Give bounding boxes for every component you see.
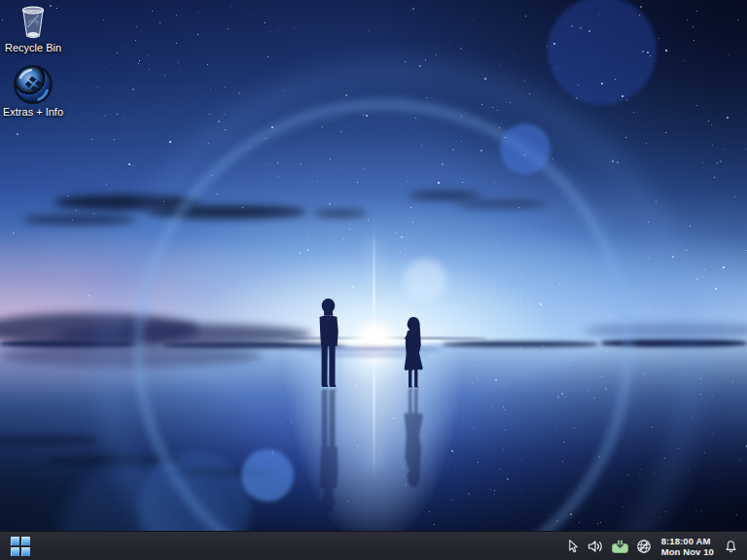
taskbar: 8:18:00 AM Mon Nov 10 — [0, 531, 747, 560]
tray-clock[interactable]: 8:18:00 AM Mon Nov 10 — [661, 536, 714, 557]
silhouette-figures — [0, 0, 747, 531]
cursor-icon[interactable] — [566, 539, 581, 554]
desktop-icon-label: Recycle Bin — [2, 42, 64, 53]
wallpaper — [0, 0, 747, 531]
notifications-bell-icon[interactable] — [724, 539, 738, 554]
recycle-bin-icon — [14, 4, 53, 41]
desktop-icon-label: Extras + Info — [2, 106, 64, 118]
extras-info-icon — [13, 64, 53, 105]
windows-logo-icon — [11, 537, 30, 556]
system-tray: 8:18:00 AM Mon Nov 10 — [566, 536, 747, 557]
figures-main — [320, 298, 423, 387]
network-globe-icon[interactable] — [636, 539, 652, 554]
volume-icon[interactable] — [587, 539, 604, 554]
desktop-icon-recycle-bin[interactable]: Recycle Bin — [2, 4, 64, 53]
clock-time: 8:18:00 AM — [661, 536, 711, 546]
clock-date: Mon Nov 10 — [661, 546, 714, 557]
desktop-icon-extras-info[interactable]: Extras + Info — [2, 64, 64, 118]
start-button[interactable] — [7, 533, 34, 560]
figures-reflection — [320, 389, 423, 513]
desktop: Recycle Bin Ex — [0, 0, 747, 560]
updates-icon[interactable] — [611, 539, 629, 554]
